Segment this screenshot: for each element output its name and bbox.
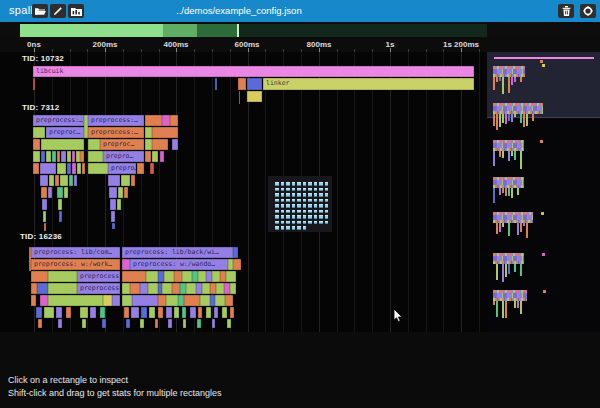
flame-rect[interactable] [233, 259, 241, 270]
flame-rect[interactable] [122, 295, 132, 306]
flame-rect[interactable] [58, 319, 62, 328]
flame-rect[interactable] [67, 163, 71, 174]
flame-rect[interactable] [149, 307, 155, 318]
flame-rect[interactable] [182, 307, 186, 318]
flame-rect[interactable] [64, 187, 68, 198]
flame-rect[interactable]: preprocess:… [88, 127, 144, 138]
flame-rect[interactable] [160, 151, 164, 162]
flame-rect[interactable] [238, 78, 246, 90]
flame-rect[interactable] [122, 271, 146, 282]
flame-rect[interactable] [88, 163, 108, 174]
flame-rect[interactable] [166, 295, 178, 306]
flame-rect[interactable] [33, 163, 39, 174]
flame-rect[interactable] [60, 175, 68, 186]
flame-rect[interactable] [215, 295, 225, 306]
flame-rect[interactable] [61, 151, 66, 162]
flame-rect[interactable] [52, 151, 56, 162]
flame-rect[interactable] [43, 211, 46, 222]
flame-rect[interactable]: preprocess:… [88, 115, 144, 126]
flame-rect[interactable] [117, 199, 121, 210]
flame-rect[interactable] [37, 283, 48, 294]
flame-rect[interactable] [41, 151, 45, 162]
flame-rect[interactable] [158, 307, 163, 318]
flame-rect[interactable] [158, 295, 166, 306]
flame-rect[interactable] [145, 139, 152, 150]
flame-rect[interactable] [197, 319, 201, 328]
flame-rect[interactable] [198, 271, 206, 282]
flame-rect[interactable] [40, 163, 56, 174]
flame-rect[interactable] [122, 283, 130, 294]
flame-rect[interactable] [214, 307, 218, 318]
open-folder-button[interactable] [32, 4, 48, 18]
settings-button[interactable] [580, 4, 596, 18]
flame-rect[interactable] [40, 295, 48, 306]
flame-rect[interactable]: preproc… [46, 127, 84, 138]
flame-rect[interactable]: libcuik [33, 66, 474, 77]
flame-rect[interactable] [33, 151, 40, 162]
flame-rect[interactable] [172, 283, 180, 294]
flame-rect[interactable] [90, 307, 96, 318]
flame-rect[interactable] [66, 307, 71, 318]
flame-rect[interactable] [247, 91, 262, 102]
flame-rect[interactable] [31, 295, 36, 306]
flame-rect[interactable] [137, 163, 144, 174]
flame-rect[interactable] [48, 295, 103, 306]
flame-rect[interactable] [80, 151, 84, 162]
flame-rect[interactable]: preprocess: lib/back/wi… [122, 247, 233, 258]
flame-rect[interactable] [108, 175, 120, 186]
flame-rect[interactable] [100, 307, 105, 318]
import-button[interactable] [68, 4, 84, 18]
flame-rect[interactable] [80, 307, 88, 318]
flame-rect[interactable] [40, 175, 48, 186]
flame-rect[interactable] [49, 175, 54, 186]
flame-rect[interactable]: linker [263, 78, 474, 90]
flame-rect[interactable] [233, 247, 238, 258]
flame-rect[interactable] [77, 163, 81, 174]
flame-rect[interactable] [112, 295, 120, 306]
flame-rect[interactable] [230, 307, 234, 318]
flame-rect[interactable] [150, 163, 154, 174]
flame-rect[interactable] [44, 223, 46, 231]
flame-rect[interactable] [111, 211, 115, 222]
timeline-ruler[interactable]: 0ns200ms400ms600ms800ms1s1s 200ms [0, 38, 600, 52]
flame-rect[interactable] [222, 307, 227, 318]
flame-rect[interactable] [140, 319, 144, 328]
flame-rect[interactable] [122, 259, 130, 270]
flame-rect[interactable] [225, 295, 233, 306]
flame-rect[interactable] [33, 127, 45, 138]
flame-rect[interactable] [56, 307, 62, 318]
flame-rect[interactable] [202, 283, 210, 294]
flame-rect[interactable] [184, 295, 200, 306]
edit-button[interactable] [50, 4, 66, 18]
flame-rect[interactable] [33, 139, 40, 150]
flame-rect[interactable] [130, 283, 140, 294]
flame-rect[interactable] [131, 307, 139, 318]
flame-rect[interactable]: preprocess: w… [77, 283, 120, 294]
flame-rect[interactable] [168, 319, 172, 328]
flame-rect[interactable] [59, 211, 62, 222]
flame-rect[interactable] [230, 283, 236, 294]
flame-rect[interactable] [82, 163, 85, 174]
flame-rect[interactable]: prepro… [108, 163, 136, 174]
flame-rect[interactable] [247, 78, 262, 90]
flame-rect[interactable] [140, 283, 148, 294]
flame-rect[interactable] [162, 283, 172, 294]
flame-rect[interactable] [183, 319, 186, 328]
flame-rect[interactable]: preprocess:… [33, 115, 84, 126]
flame-canvas[interactable]: TID: 10732TID: 7312TID: 16236libcuiklink… [0, 52, 487, 332]
flame-rect[interactable] [69, 175, 73, 186]
flame-rect[interactable] [124, 187, 128, 198]
flame-rect[interactable] [145, 115, 162, 126]
flame-rect[interactable]: preprocess: w:/work… [31, 259, 120, 270]
flame-rect[interactable] [145, 151, 151, 162]
flame-rect[interactable] [227, 319, 231, 328]
flame-rect[interactable] [212, 271, 220, 282]
flame-rect[interactable] [206, 307, 211, 318]
flame-rect[interactable] [88, 139, 100, 150]
flame-rect[interactable] [112, 223, 115, 229]
flame-rect[interactable] [126, 319, 130, 328]
flame-rect[interactable] [146, 271, 158, 282]
flame-rect[interactable] [226, 271, 236, 282]
flame-rect[interactable] [162, 115, 170, 126]
flame-rect[interactable]: preprocess: w:/wando… [130, 259, 228, 270]
